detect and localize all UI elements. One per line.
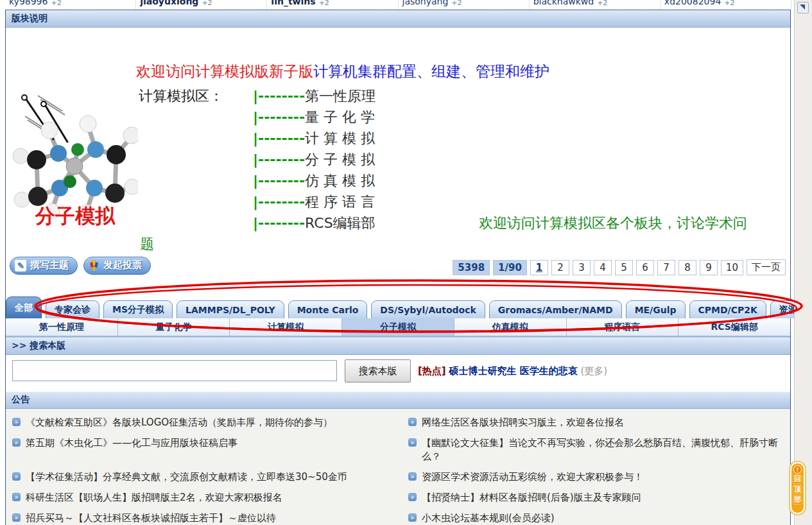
tree-item-label: 量 子 化 学 [305, 109, 375, 125]
total-threads-badge: 5398 [453, 260, 490, 275]
more-link[interactable]: (更多) [581, 365, 608, 377]
page-link[interactable]: 10 [721, 260, 743, 275]
page-link[interactable]: 5 [615, 260, 633, 275]
back-to-top-button[interactable]: ↑ 回顶部 [790, 462, 805, 514]
username-link[interactable]: jasonyang [402, 0, 449, 10]
announcement-link[interactable]: 【幽默论文大征集】当论文不再写实验，你还会那么愁肠百结、满腹忧郁、肝肠寸断么？ [422, 436, 781, 463]
toolbar: ✎ 撰写主题 发起投票 53981/9012345678910下一页 [6, 254, 790, 284]
arrow-bullet-icon: » [12, 513, 21, 522]
announcement-item[interactable]: »第五期《木虫化工》——化工与应用版块征稿启事 [6, 431, 402, 465]
tree-line: |--------第一性原理 [253, 87, 376, 106]
subboard-tab[interactable]: 仿真模拟 [454, 318, 567, 336]
tab-category[interactable]: DS/Sybyl/Autodock [371, 300, 485, 318]
page-current[interactable]: 1 [530, 260, 548, 275]
up-arrow-icon: ↑ [793, 465, 802, 474]
announcement-item[interactable]: »【学术征集活动】分享经典文献，交流原创文献精读，立即奉送30~50金币 [6, 465, 402, 486]
subboard-tab[interactable]: 计算模拟 [230, 318, 342, 336]
subboard-tab[interactable]: 分子模拟 [342, 318, 454, 336]
tree-line: |--------程 序 语 言 [253, 193, 375, 212]
score-badge: +2 [451, 0, 462, 10]
announcement-link[interactable]: 网络生活区各版块招聘实习版主，欢迎各位报名 [422, 416, 624, 429]
tree-line: |--------分 子 模 拟 [253, 150, 375, 169]
tab-category[interactable]: CPMD/CP2K [689, 300, 766, 318]
search-button[interactable]: 搜索本版 [345, 359, 411, 383]
page-link[interactable]: 8 [678, 260, 696, 275]
subboard-tab[interactable]: 第一性原理 [6, 318, 118, 336]
arrow-bullet-icon: » [12, 418, 21, 426]
tree-branch-prefix: |-------- [253, 109, 305, 125]
search-section-header: >> 搜索本版 [6, 338, 790, 355]
tab-all[interactable]: 全部 [6, 297, 42, 318]
announcement-item[interactable]: »【幽默论文大征集】当论文不再写实验，你还会那么愁肠百结、满腹忧郁、肝肠寸断么？ [402, 431, 790, 465]
board-desc-title: 版块说明 [12, 13, 48, 24]
write-topic-button[interactable]: ✎ 撰写主题 [10, 257, 78, 275]
top-user-row: ky98996+2jiaoyuxiong+2lin_twins+2jasonya… [5, 0, 791, 10]
write-topic-label: 撰写主题 [30, 259, 69, 271]
username-link[interactable]: ky98996 [9, 0, 48, 10]
subboard-tab[interactable]: 量子化学 [118, 318, 230, 336]
score-badge: +2 [51, 0, 61, 10]
username-link[interactable]: lin_twins [271, 0, 315, 10]
top-user-cell[interactable]: ky98996+2 [5, 0, 136, 10]
announcement-item[interactable]: »网络生活区各版块招聘实习版主，欢迎各位报名 [402, 411, 790, 431]
announcement-link[interactable]: 科研生活区【职场人生】版招聘版主2名，欢迎大家积极报名 [26, 491, 282, 504]
announcement-item[interactable]: »【招贤纳士】材料区各版招聘(后备)版主及专家顾问 [402, 486, 790, 506]
board-desc-header: 版块说明 [6, 10, 790, 28]
announcements-title: 公告 [12, 394, 30, 406]
announcement-link[interactable]: 资源区学术资源活动五彩缤纷，欢迎大家积极参与！ [422, 470, 643, 484]
announcement-item[interactable]: »招兵买马～【人文社科区各板块诚招版主若干】～虚位以待 [6, 506, 402, 525]
announcement-link[interactable]: 招兵买马～【人文社科区各板块诚招版主若干】～虚位以待 [26, 512, 276, 525]
scroll-corner-icon[interactable] [797, 2, 809, 13]
subboard-tabs: 第一性原理量子化学计算模拟分子模拟仿真模拟程序语言RCS编辑部 [6, 318, 790, 338]
welcome-red-text: 欢迎访问计算模拟版新子版 [136, 63, 313, 80]
arrow-bullet-icon: » [12, 438, 21, 447]
tree-branch-prefix: |-------- [253, 215, 305, 231]
username-link[interactable]: jiaoyuxiong [140, 0, 198, 10]
top-user-cell[interactable]: jasonyang+2 [399, 0, 530, 10]
username-link[interactable]: blackhawkwd [533, 0, 594, 10]
tab-category[interactable]: 专家会诊 [46, 300, 99, 318]
top-user-cell[interactable]: lin_twins+2 [267, 0, 398, 10]
top-user-cell[interactable]: jiaoyuxiong+2 [136, 0, 267, 10]
tab-category[interactable]: Gromacs/Amber/NAMD [489, 300, 622, 318]
score-badge: +2 [202, 0, 212, 10]
next-page-link[interactable]: 下一页 [747, 259, 786, 275]
page-link[interactable]: 9 [700, 260, 718, 275]
start-poll-label: 发起投票 [103, 259, 142, 271]
page-link[interactable]: 7 [657, 260, 675, 275]
tree-item-label: RCS编辑部 [305, 215, 376, 231]
page-link[interactable]: 4 [594, 260, 612, 275]
announcement-link[interactable]: 《文献检索互助区》各版块LOGO征集活动（奖励丰厚，期待你的参与） [26, 416, 333, 429]
page-link[interactable]: 2 [551, 260, 569, 275]
announcement-item[interactable]: »资源区学术资源活动五彩缤纷，欢迎大家积极参与！ [402, 465, 790, 486]
announcement-item[interactable]: »科研生活区【职场人生】版招聘版主2名，欢迎大家积极报名 [6, 486, 402, 506]
top-user-cell[interactable]: blackhawkwd+2 [530, 0, 661, 10]
tree-branch-prefix: |-------- [253, 194, 305, 210]
announcement-item[interactable]: »小木虫论坛基本规则(会员必读) [402, 506, 790, 525]
announcement-link[interactable]: 【学术征集活动】分享经典文献，交流原创文献精读，立即奉送30~50金币 [26, 470, 347, 484]
tab-category[interactable]: ME/Gulp [626, 300, 686, 318]
announcement-link[interactable]: 第五期《木虫化工》——化工与应用版块征稿启事 [26, 436, 238, 450]
announcement-item[interactable]: »《文献检索互助区》各版块LOGO征集活动（奖励丰厚，期待你的参与） [6, 411, 402, 431]
top-user-cell[interactable]: xd20082094+2 [661, 0, 791, 10]
back-top-char: 顶 [793, 485, 802, 494]
subboard-tab[interactable]: 程序语言 [567, 318, 679, 336]
announcement-link[interactable]: 【招贤纳士】材料区各版招聘(后备)版主及专家顾问 [422, 491, 641, 504]
page-link[interactable]: 3 [573, 260, 591, 275]
page-link[interactable]: 6 [636, 260, 654, 275]
welcome-line: 欢迎访问计算模拟版新子版计算机集群配置、组建、管理和维护 [136, 62, 549, 82]
search-input[interactable] [12, 360, 337, 381]
poll-icon [89, 260, 99, 271]
arrow-bullet-icon: » [408, 418, 417, 426]
tree-item-label: 程 序 语 言 [305, 194, 375, 210]
subboard-tab[interactable]: RCS编辑部 [678, 318, 790, 336]
tab-category[interactable]: LAMMPS/DL_POLY [177, 300, 284, 318]
molecule-image: 分子模拟 [12, 90, 138, 228]
username-link[interactable]: xd20082094 [664, 0, 721, 10]
announcement-link[interactable]: 小木虫论坛基本规则(会员必读) [422, 512, 555, 525]
hot-topic-link[interactable]: 硕士博士研究生 医学生的悲哀 [449, 365, 578, 377]
tab-category[interactable]: MS分子模拟 [103, 300, 173, 318]
announcements-body: »《文献检索互助区》各版块LOGO征集活动（奖励丰厚，期待你的参与）»网络生活区… [6, 409, 790, 525]
tab-category[interactable]: Monte Carlo [288, 300, 368, 318]
start-poll-button[interactable]: 发起投票 [83, 257, 151, 275]
